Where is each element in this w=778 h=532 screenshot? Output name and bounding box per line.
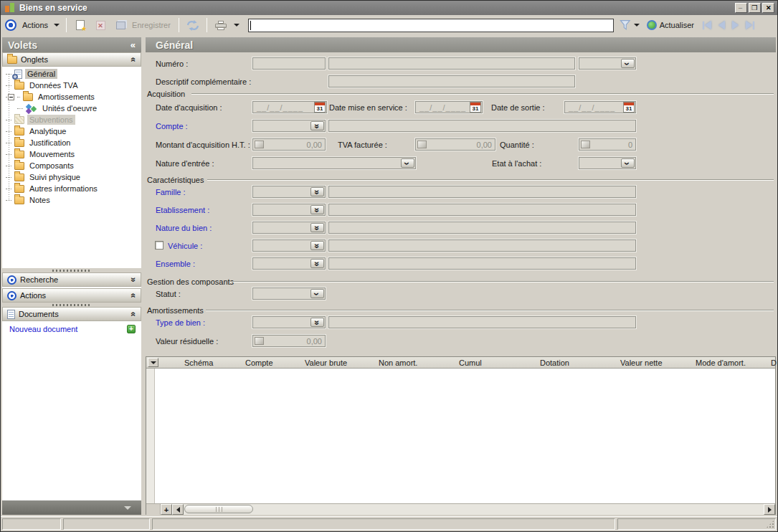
filter-caret-icon[interactable] xyxy=(634,24,640,27)
actions-menu[interactable]: Actions xyxy=(22,21,48,29)
section-documents[interactable]: Documents xyxy=(2,307,141,321)
calendar-icon[interactable]: 31 xyxy=(623,102,635,113)
close-button[interactable] xyxy=(762,3,774,13)
compte-combo[interactable] xyxy=(252,120,326,132)
tree-item-label[interactable]: Composants xyxy=(27,161,76,171)
add-row-button[interactable]: + xyxy=(161,504,172,515)
chevron-up-icon[interactable] xyxy=(131,290,136,300)
previous-record-button[interactable] xyxy=(718,21,725,29)
nature-bien-label[interactable]: Nature du bien : xyxy=(156,224,212,232)
sidebar-footer[interactable] xyxy=(2,500,141,515)
column-header-d[interactable]: D xyxy=(771,358,777,367)
scrollbar-thumb[interactable] xyxy=(184,505,253,513)
amount-button[interactable] xyxy=(255,141,264,148)
etat-achat-dropdown[interactable] xyxy=(579,157,636,169)
filter-icon[interactable] xyxy=(620,19,631,31)
new-document-link[interactable]: Nouveau document xyxy=(9,325,77,333)
last-record-button[interactable] xyxy=(746,21,754,29)
tree-item-composants[interactable]: Composants xyxy=(2,160,141,171)
footer-down-arrow-icon[interactable] xyxy=(124,506,131,510)
tree-item-autres-informations[interactable]: Autres informations xyxy=(2,183,141,194)
tree-item-label[interactable]: Analytique xyxy=(27,126,68,136)
valeur-residuelle-input[interactable]: 0,00 xyxy=(252,335,326,347)
calendar-icon[interactable]: 31 xyxy=(314,102,326,113)
column-header-dotation[interactable]: Dotation xyxy=(540,358,569,367)
nature-bien-description-field[interactable] xyxy=(328,222,636,234)
dropdown-arrow-icon[interactable] xyxy=(621,59,635,68)
tree-item-notes[interactable]: Notes xyxy=(2,194,141,206)
tree-item-amortissements[interactable]: Amortissements xyxy=(2,91,141,103)
grid-selector-button[interactable] xyxy=(148,358,158,367)
compte-description-field[interactable] xyxy=(328,120,636,132)
etablissement-combo[interactable] xyxy=(252,204,326,216)
minimize-button[interactable] xyxy=(735,3,747,13)
tree-item-label[interactable]: Unités d'oeuvre xyxy=(40,103,99,113)
dropdown-arrow-icon[interactable] xyxy=(621,158,635,168)
actions-caret-icon[interactable] xyxy=(54,24,60,27)
next-record-button[interactable] xyxy=(732,21,739,29)
tree-item-mouvements[interactable]: Mouvements xyxy=(2,148,141,160)
lookup-chevrons-icon[interactable] xyxy=(310,223,324,232)
tree-item-label[interactable]: Mouvements xyxy=(27,149,77,159)
dropdown-arrow-icon[interactable] xyxy=(310,289,324,298)
date-sortie-input[interactable]: __/__/____ 31 xyxy=(564,101,636,113)
tree-item-label[interactable]: Données TVA xyxy=(27,80,80,90)
etablissement-label[interactable]: Etablissement : xyxy=(156,206,209,214)
tree-item-suivi-physique[interactable]: Suivi physique xyxy=(2,171,141,183)
column-header-compte[interactable]: Compte xyxy=(245,358,273,367)
lookup-chevrons-icon[interactable] xyxy=(310,205,324,214)
chevron-up-icon[interactable] xyxy=(131,54,136,65)
add-document-icon[interactable]: + xyxy=(127,325,136,333)
tree-item-label[interactable]: Notes xyxy=(27,195,52,205)
vehicule-checkbox[interactable] xyxy=(155,241,163,250)
type-bien-combo[interactable] xyxy=(252,316,326,328)
section-actions[interactable]: Actions xyxy=(2,288,141,303)
column-header-valeur-brute[interactable]: Valeur brute xyxy=(305,358,347,367)
chevron-down-icon[interactable] xyxy=(131,275,136,285)
grid-body[interactable] xyxy=(146,369,775,503)
numero-input[interactable] xyxy=(252,57,326,70)
ensemble-combo[interactable] xyxy=(252,257,326,270)
sidebar-collapse-icon[interactable]: « xyxy=(131,39,136,50)
famille-combo[interactable] xyxy=(252,186,326,198)
scrollbar-track[interactable] xyxy=(184,504,764,515)
lookup-chevrons-icon[interactable] xyxy=(310,241,324,250)
section-onglets[interactable]: Onglets xyxy=(2,52,141,67)
date-acquisition-input[interactable]: __/__/____ 31 xyxy=(252,101,327,113)
column-header-mode-amort[interactable]: Mode d'amort. xyxy=(696,358,746,367)
amount-button[interactable] xyxy=(581,141,590,148)
tree-item-label[interactable]: Suivi physique xyxy=(27,172,82,182)
famille-description-field[interactable] xyxy=(328,186,636,198)
tree-item-donnees-tva[interactable]: Données TVA xyxy=(2,80,141,91)
nature-bien-combo[interactable] xyxy=(252,222,326,234)
tree-item-label[interactable]: Amortissements xyxy=(36,92,97,102)
tree-item-justification[interactable]: Justification xyxy=(2,137,141,148)
numero-description-input[interactable] xyxy=(328,57,575,70)
new-record-button[interactable] xyxy=(74,19,87,32)
column-header-non-amort[interactable]: Non amort. xyxy=(379,358,417,367)
tree-item-unites-doeuvre[interactable]: Unités d'oeuvre xyxy=(2,103,141,114)
montant-acquisition-input[interactable]: 0,00 xyxy=(252,138,326,151)
statut-dropdown[interactable] xyxy=(252,288,326,300)
collapse-expander-icon[interactable] xyxy=(8,94,14,100)
amount-button[interactable] xyxy=(255,337,264,345)
maximize-button[interactable] xyxy=(749,3,761,13)
descriptif-input[interactable] xyxy=(328,75,575,87)
tree-item-label[interactable]: Justification xyxy=(27,138,72,148)
dropdown-arrow-icon[interactable] xyxy=(401,158,414,168)
scroll-right-button[interactable] xyxy=(764,504,775,515)
type-bien-description-field[interactable] xyxy=(328,316,636,328)
scroll-left-button[interactable] xyxy=(172,504,184,515)
first-record-button[interactable] xyxy=(703,21,711,29)
ensemble-description-field[interactable] xyxy=(328,257,636,270)
print-options-caret-icon[interactable] xyxy=(234,24,239,27)
compte-label[interactable]: Compte : xyxy=(156,122,188,130)
lookup-chevrons-icon[interactable] xyxy=(310,259,324,268)
vehicule-combo[interactable] xyxy=(252,239,326,252)
nature-entree-dropdown[interactable] xyxy=(252,157,416,169)
lookup-chevrons-icon[interactable] xyxy=(310,318,324,327)
tva-facturee-input[interactable]: 0,00 xyxy=(415,138,495,151)
search-input[interactable] xyxy=(251,20,613,31)
calendar-icon[interactable]: 31 xyxy=(470,102,481,113)
column-header-valeur-nette[interactable]: Valeur nette xyxy=(620,358,663,367)
